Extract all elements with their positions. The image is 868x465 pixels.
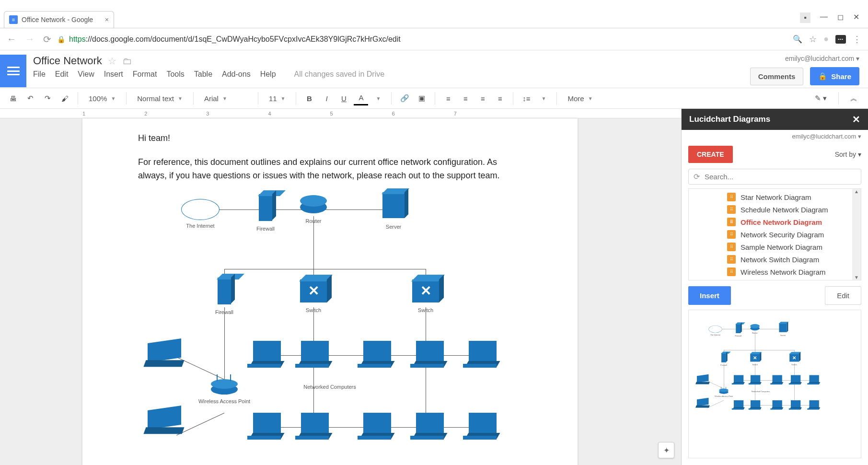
address-bar: ← → ⟳ 🔒 https://docs.google.com/document… <box>0 28 868 50</box>
menu-help[interactable]: Help <box>260 70 276 79</box>
docs-logo[interactable] <box>0 55 26 87</box>
url-field[interactable]: 🔒 https://docs.google.com/document/d/1sq… <box>57 35 787 44</box>
docs-favicon: ≡ <box>9 15 18 24</box>
create-button[interactable]: CREATE <box>688 146 733 163</box>
undo-icon[interactable]: ↶ <box>23 91 37 105</box>
browser-tab[interactable]: ≡ Office Network - Google × <box>4 11 114 28</box>
align-right-icon[interactable]: ≡ <box>475 91 490 105</box>
search-input[interactable]: ⟳ <box>688 169 861 185</box>
toolbar: 🖶 ↶ ↷ 🖌 100%▼ Normal text▼ Arial▼ 11▼ B … <box>0 88 868 109</box>
diagram-list: ⠿Star Network Diagram ⠿Schedule Network … <box>688 188 861 280</box>
list-item[interactable]: ⠿Wireless Network Diagram <box>689 266 861 278</box>
menu-addons[interactable]: Add-ons <box>222 70 251 79</box>
star-icon[interactable]: ☆ <box>108 55 116 67</box>
reload-icon[interactable]: ⟳ <box>43 34 51 45</box>
comments-button[interactable]: Comments <box>750 68 804 85</box>
menu-table[interactable]: Table <box>194 70 212 79</box>
font-select[interactable]: Arial▼ <box>199 94 252 103</box>
redo-icon[interactable]: ↷ <box>40 91 55 105</box>
list-scrollbar[interactable]: ▲▼ <box>852 189 861 280</box>
menu-file[interactable]: File <box>33 70 46 79</box>
bookmark-icon[interactable]: ☆ <box>809 34 817 45</box>
menu-format[interactable]: Format <box>133 70 157 79</box>
list-item[interactable]: ⠿Star Network Diagram <box>689 191 861 203</box>
close-window-icon[interactable]: ✕ <box>853 12 859 23</box>
extension-dot-icon[interactable]: ● <box>823 34 829 44</box>
align-justify-icon[interactable]: ≡ <box>493 91 507 105</box>
list-item[interactable]: ⠿Sample Network Diagram <box>689 241 861 253</box>
collapse-toolbar-icon[interactable]: ︽ <box>850 94 857 103</box>
refresh-icon[interactable]: ⟳ <box>694 172 700 181</box>
workspace: 1234567 Hi team! For reference, this doc… <box>0 109 868 465</box>
browser-tab-strip: ≡ Office Network - Google × ▪ — ◻ ✕ <box>0 0 868 28</box>
lock-icon: 🔒 <box>818 72 827 81</box>
paragraph-style-select[interactable]: Normal text▼ <box>132 94 187 103</box>
explore-button[interactable]: ✦ <box>658 442 674 458</box>
network-diagram-image[interactable]: The Internet Firewall Router Server Fire… <box>694 323 828 414</box>
horizontal-ruler[interactable]: 1234567 <box>0 109 681 118</box>
network-diagram-image[interactable]: The Internet Firewall Router Server Fire… <box>138 192 521 451</box>
more-toolbar[interactable]: More▼ <box>563 94 597 103</box>
sidebar-header: Lucidchart Diagrams ✕ <box>682 109 868 130</box>
menu-bar: File Edit View Insert Format Tools Table… <box>33 70 750 79</box>
insert-link-icon[interactable]: 🔗 <box>397 91 412 105</box>
docs-header: Office Network ☆ 🗀 File Edit View Insert… <box>0 50 868 88</box>
align-left-icon[interactable]: ≡ <box>441 91 455 105</box>
tab-title: Office Network - Google <box>22 16 93 23</box>
maximize-icon[interactable]: ◻ <box>837 12 844 23</box>
search-in-page-icon[interactable]: 🔍 <box>793 35 802 44</box>
user-email[interactable]: emilyc@lucidchart.com ▾ <box>785 55 859 62</box>
window-controls: ▪ — ◻ ✕ <box>800 12 868 28</box>
print-icon[interactable]: 🖶 <box>6 91 20 105</box>
document-page[interactable]: Hi team! For reference, this document ou… <box>82 118 578 465</box>
menu-view[interactable]: View <box>78 70 94 79</box>
list-item[interactable]: ⠿Network Security Diagram <box>689 228 861 241</box>
insert-button[interactable]: Insert <box>688 286 731 305</box>
insert-comment-icon[interactable]: ▣ <box>415 91 429 105</box>
menu-edit[interactable]: Edit <box>55 70 69 79</box>
chrome-menu-icon[interactable]: ⋮ <box>853 34 861 45</box>
sortby-select[interactable]: Sort by ▾ <box>835 151 861 158</box>
tab-close-icon[interactable]: × <box>105 16 109 23</box>
menu-tools[interactable]: Tools <box>166 70 184 79</box>
underline-icon[interactable]: U <box>336 91 351 105</box>
paragraph[interactable]: For reference, this document outlines an… <box>138 156 522 183</box>
line-spacing-caret[interactable]: ▼ <box>536 91 551 105</box>
close-sidebar-icon[interactable]: ✕ <box>852 114 860 125</box>
lock-icon: 🔒 <box>57 35 65 43</box>
line-spacing-icon[interactable]: ↕≡ <box>519 91 533 105</box>
forward-icon[interactable]: → <box>25 34 35 45</box>
edit-button[interactable]: Edit <box>825 286 861 305</box>
list-item[interactable]: ⠿Network Switch Diagram <box>689 253 861 266</box>
text-color-caret[interactable]: ▼ <box>371 91 385 105</box>
doc-title[interactable]: Office Network <box>33 55 102 67</box>
back-icon[interactable]: ← <box>7 34 16 45</box>
diagram-preview[interactable]: The Internet Firewall Router Server Fire… <box>688 310 861 458</box>
list-item[interactable]: ⠿Schedule Network Diagram <box>689 203 861 216</box>
share-button[interactable]: 🔒 Share <box>810 67 859 85</box>
italic-icon[interactable]: I <box>319 91 334 105</box>
minimize-icon[interactable]: — <box>820 12 828 23</box>
sidebar-user-email[interactable]: emilyc@lucidchart.com ▾ <box>682 130 868 143</box>
extension-icon[interactable]: ••• <box>835 35 846 44</box>
list-item-selected[interactable]: ⠿Office Network Diagram <box>689 216 861 228</box>
lucidchart-sidebar: Lucidchart Diagrams ✕ emilyc@lucidchart.… <box>681 109 868 465</box>
editing-mode-icon[interactable]: ✎ ▾ <box>815 94 827 103</box>
align-center-icon[interactable]: ≡ <box>458 91 473 105</box>
folder-icon[interactable]: 🗀 <box>122 56 132 67</box>
account-icon[interactable]: ▪ <box>800 12 810 23</box>
save-status: All changes saved in Drive <box>294 70 385 79</box>
paint-format-icon[interactable]: 🖌 <box>58 91 72 105</box>
bold-icon[interactable]: B <box>302 91 316 105</box>
zoom-select[interactable]: 100%▼ <box>84 94 120 103</box>
menu-insert[interactable]: Insert <box>104 70 123 79</box>
font-size-select[interactable]: 11▼ <box>264 94 290 103</box>
text-color-icon[interactable]: A <box>354 91 368 105</box>
paragraph[interactable]: Hi team! <box>138 132 522 145</box>
